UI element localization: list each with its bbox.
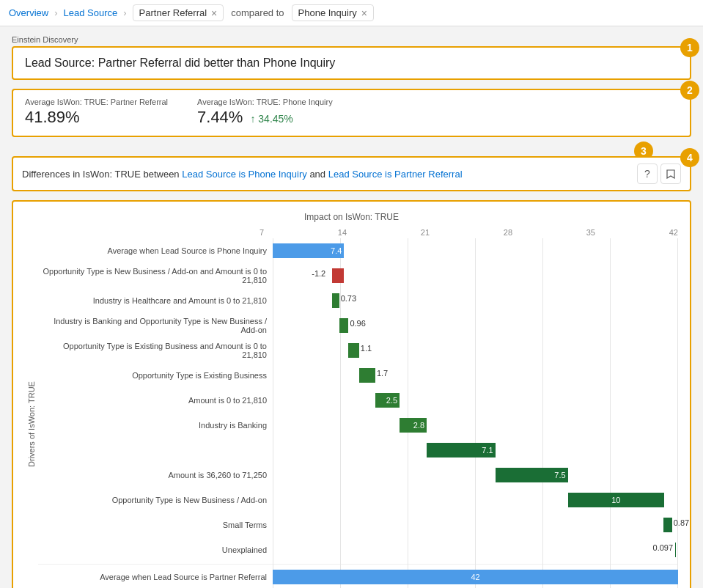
diff-link-2[interactable]: Lead Source is Partner Referral <box>328 169 463 180</box>
chart-title: Impact on IsWon: TRUE <box>25 212 678 222</box>
chart-section: Impact on IsWon: TRUE 7 14 21 28 35 42 D… <box>12 200 691 588</box>
insight-title: Lead Source: Partner Referral did better… <box>13 48 690 78</box>
close-icon-secondary[interactable]: × <box>361 8 367 18</box>
bar-label-1: Opportunity Type is New Business / Add-o… <box>38 267 273 284</box>
bar-row-4: Opportunity Type is Existing Business an… <box>38 338 678 363</box>
breadcrumb-sep-1: › <box>54 7 57 18</box>
bar-label-4: Opportunity Type is Existing Business an… <box>38 342 273 359</box>
x-tick-7: 7 <box>260 228 264 237</box>
x-tick-28: 28 <box>504 228 512 237</box>
bar-label-7: Industry is Banking <box>38 421 273 430</box>
help-button[interactable]: ? <box>637 163 658 184</box>
x-tick-21: 21 <box>421 228 430 237</box>
diff-link-1[interactable]: Lead Source is Phone Inquiry <box>182 169 307 180</box>
badge-1: 1 <box>680 38 699 57</box>
filter-secondary-value: Phone Inquiry <box>298 7 357 18</box>
x-tick-42: 42 <box>669 228 678 237</box>
bar-label-9: Amount is 36,260 to 71,250 <box>38 471 273 479</box>
metric-primary-value: 41.89% <box>25 108 168 127</box>
bar-row-13: Average when Lead Source is Partner Refe… <box>38 564 678 588</box>
bar-row-9: Amount is 36,260 to 71,250 7.5 <box>38 463 678 488</box>
metrics-section: Average IsWon: TRUE: Partner Referral 41… <box>12 89 691 137</box>
bar-row-0: Average when Lead Source is Phone Inquir… <box>38 238 678 263</box>
bar-label-0: Average when Lead Source is Phone Inquir… <box>38 246 273 255</box>
bar-row-2: Industry is Healthcare and Amount is 0 t… <box>38 288 678 313</box>
filter-pill-primary: Partner Referral × <box>133 4 224 21</box>
bar-row-8: 7.1 <box>38 438 678 463</box>
metric-secondary-value: 7.44% <box>197 108 243 127</box>
diff-text-mid: and <box>307 169 328 180</box>
x-tick-14: 14 <box>338 228 347 237</box>
bar-label-13: Average when Lead Source is Partner Refe… <box>38 573 273 581</box>
differences-section: Differences in IsWon: TRUE between Lead … <box>12 156 691 191</box>
bar-row-6: Amount is 0 to 21,810 2.5 <box>38 388 678 413</box>
compared-to-label: compared to <box>231 7 284 18</box>
bar-label-5: Opportunity Type is Existing Business <box>38 371 273 380</box>
bar-label-11: Small Terms <box>38 521 273 529</box>
metric-secondary: Average IsWon: TRUE: Phone Inquiry 7.44%… <box>197 98 333 127</box>
top-bar: Overview › Lead Source › Partner Referra… <box>0 0 703 26</box>
metrics-row: Average IsWon: TRUE: Partner Referral 41… <box>13 90 690 136</box>
filter-primary-value: Partner Referral <box>139 7 207 18</box>
bookmark-button[interactable] <box>660 163 681 184</box>
bar-row-7: Industry is Banking 2.8 <box>38 413 678 438</box>
main-content: Einstein Discovery Lead Source: Partner … <box>0 26 703 588</box>
breadcrumb-overview[interactable]: Overview <box>9 7 48 18</box>
bar-label-10: Opportunity Type is New Business / Add-o… <box>38 496 273 504</box>
close-icon-primary[interactable]: × <box>211 8 217 18</box>
bar-row-10: Opportunity Type is New Business / Add-o… <box>38 488 678 512</box>
bar-row-5: Opportunity Type is Existing Business 1.… <box>38 363 678 388</box>
differences-text: Differences in IsWon: TRUE between Lead … <box>22 169 463 180</box>
breadcrumb-sep-2: › <box>123 7 126 18</box>
bar-row-12: Unexplained 0.097 <box>38 537 678 562</box>
bar-row-11: Small Terms 0.87 <box>38 512 678 537</box>
action-icons: ? <box>637 163 681 184</box>
filter-pill-secondary: Phone Inquiry × <box>292 4 374 21</box>
metric-secondary-label: Average IsWon: TRUE: Phone Inquiry <box>197 98 333 106</box>
badge-2: 2 <box>680 81 699 100</box>
bar-row-1: Opportunity Type is New Business / Add-o… <box>38 263 678 288</box>
bar-label-3: Industry is Banking and Opportunity Type… <box>38 317 273 334</box>
bar-label-2: Industry is Healthcare and Amount is 0 t… <box>38 296 273 305</box>
einstein-label: Einstein Discovery <box>12 35 691 44</box>
diff-text-before: Differences in IsWon: TRUE between <box>22 169 182 180</box>
metric-primary: Average IsWon: TRUE: Partner Referral 41… <box>25 98 168 127</box>
metric-primary-label: Average IsWon: TRUE: Partner Referral <box>25 98 168 106</box>
bar-label-6: Amount is 0 to 21,810 <box>38 396 273 405</box>
bar-label-12: Unexplained <box>38 545 273 554</box>
badge-4: 4 <box>680 148 699 167</box>
x-tick-35: 35 <box>586 228 595 237</box>
insight-section: Lead Source: Partner Referral did better… <box>12 46 691 80</box>
metric-diff: ↑ 34.45% <box>250 113 292 125</box>
y-axis-label: Drivers of IsWon: TRUE <box>25 238 38 588</box>
differences-row: Differences in IsWon: TRUE between Lead … <box>13 158 690 190</box>
bar-row-3: Industry is Banking and Opportunity Type… <box>38 313 678 338</box>
breadcrumb-lead-source[interactable]: Lead Source <box>64 7 118 18</box>
